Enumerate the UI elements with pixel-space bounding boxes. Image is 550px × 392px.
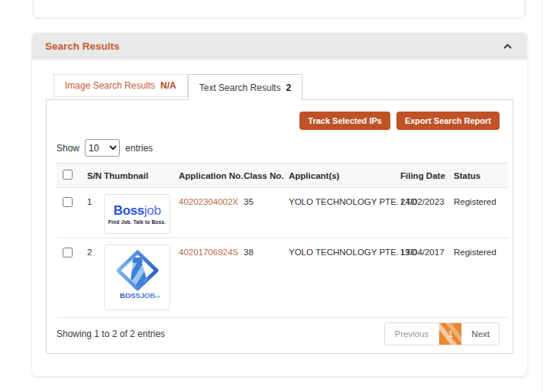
- entries-label: entries: [125, 143, 153, 154]
- page-title: Search Results: [45, 40, 120, 52]
- export-search-report-button[interactable]: Export Search Report: [396, 112, 500, 130]
- svg-text:.com: .com: [152, 295, 160, 299]
- row-2-sn: 2: [87, 238, 104, 318]
- page-column-divider: [542, 0, 542, 392]
- row-1-applicant: YOLO TECHNOLOGY PTE. LTD.: [289, 188, 400, 238]
- row-2-checkbox[interactable]: [63, 248, 73, 258]
- row-2-status: Registered: [454, 238, 508, 318]
- table-footer: Showing 1 to 2 of 2 entries Previous 1 N…: [57, 322, 500, 345]
- application-no-link[interactable]: 40202304002X: [179, 197, 238, 206]
- toolbar: Track Selected IPs Export Search Report: [57, 112, 500, 130]
- tab-text-label: Text Search Results: [199, 83, 281, 93]
- chevron-up-icon: [503, 40, 513, 52]
- select-all-checkbox[interactable]: [63, 170, 73, 180]
- pagination: Previous 1 Next: [384, 322, 500, 345]
- header-status: Status: [454, 164, 508, 188]
- show-label: Show: [57, 143, 79, 154]
- bossjob-logo: Bossjob: [113, 204, 160, 217]
- tab-image-label: Image Search Results: [65, 80, 155, 91]
- header-thumbnail: Thumbnail: [104, 164, 179, 188]
- tab-image-search-results[interactable]: Image Search Results N/A: [53, 74, 188, 97]
- tab-text-count-badge: 2: [286, 83, 291, 93]
- row-1-checkbox[interactable]: [63, 197, 73, 207]
- track-selected-ips-button[interactable]: Track Selected IPs: [299, 112, 390, 130]
- bossjob-diamond-tie-logo: BOSSJOB .com: [112, 249, 163, 306]
- search-results-card: Search Results Image Search Results N/A …: [32, 33, 527, 376]
- previous-section-panel: [33, 0, 526, 18]
- tab-image-count-badge: N/A: [160, 80, 176, 91]
- table-header-row: S/N Thumbnail Application No. Class No. …: [57, 164, 508, 188]
- row-1-filing-date: 24/02/2023: [400, 188, 454, 238]
- svg-text:BOSSJOB: BOSSJOB: [119, 291, 155, 300]
- bossjob-tagline: Find Job. Talk to Boss.: [108, 219, 166, 225]
- row-2-filing-date: 19/04/2017: [400, 238, 454, 318]
- row-2-class-no: 38: [244, 238, 289, 318]
- pagination-next-button[interactable]: Next: [461, 323, 499, 345]
- header-sn: S/N: [87, 164, 104, 188]
- text-search-results-panel: Track Selected IPs Export Search Report …: [46, 99, 513, 354]
- entries-per-page-select[interactable]: 10: [85, 139, 120, 157]
- pagination-page-1-button[interactable]: 1: [439, 323, 461, 345]
- search-results-header: Search Results: [32, 33, 527, 60]
- results-table: S/N Thumbnail Application No. Class No. …: [57, 163, 508, 318]
- header-applicant: Applicant(s): [289, 164, 400, 188]
- entries-summary: Showing 1 to 2 of 2 entries: [57, 329, 165, 339]
- header-filing-date: Filing Date: [400, 164, 454, 188]
- trademark-thumbnail-bossjob-diamond[interactable]: BOSSJOB .com: [104, 245, 170, 310]
- trademark-thumbnail-bossjob-wordmark[interactable]: Bossjob Find Job. Talk to Boss.: [104, 194, 170, 234]
- search-results-body: Image Search Results N/A Text Search Res…: [32, 60, 527, 354]
- row-1-status: Registered: [454, 188, 508, 238]
- show-entries-control: Show 10 entries: [57, 139, 500, 157]
- pagination-previous-button[interactable]: Previous: [385, 323, 440, 345]
- application-no-link[interactable]: 40201706924S: [179, 248, 238, 257]
- row-1-class-no: 35: [244, 188, 289, 238]
- header-class-no: Class No.: [244, 164, 289, 188]
- tab-text-search-results[interactable]: Text Search Results 2: [188, 74, 302, 100]
- collapse-section-button[interactable]: [501, 39, 514, 53]
- header-application-no: Application No.: [179, 164, 244, 188]
- results-tab-bar: Image Search Results N/A Text Search Res…: [53, 74, 513, 99]
- table-row: 2: [57, 238, 508, 318]
- table-row: 1 Bossjob Find Job. Talk to Boss. 402023…: [57, 188, 508, 238]
- row-2-applicant: YOLO TECHNOLOGY PTE. LTD.: [289, 238, 400, 318]
- row-1-sn: 1: [87, 188, 104, 238]
